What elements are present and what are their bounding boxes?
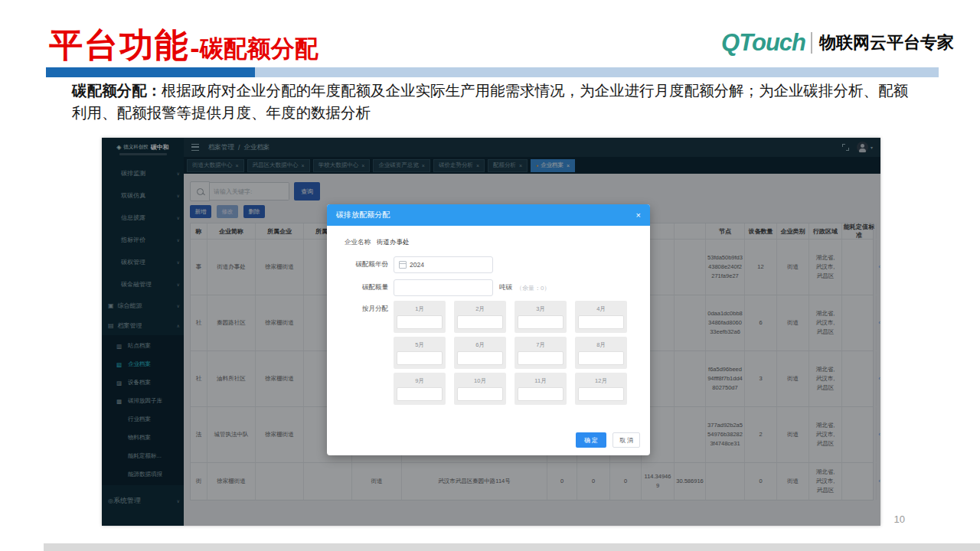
quota-amount-row: 碳配额量 吨碳 （余量：0） (341, 279, 550, 296)
month-cell: 3月 (514, 301, 567, 333)
description-paragraph: 碳配额分配：根据政府对企业分配的年度配额及企业实际生产用能需求情况，为企业进行月… (72, 80, 917, 124)
app-screenshot: ◈ 德义科创投 碳中和 碳排监测 ∨ 双碳仿真 ∨ 信息披露 ∨ 指标评价 ∨ (102, 138, 880, 526)
quota-unit-label: 吨碳 (499, 283, 512, 292)
modal-body: 企业名称 街道办事处 碳配额年份 2024 碳配额量 吨碳 （余量：0） (327, 226, 650, 455)
month-cell: 8月 (575, 337, 627, 369)
month-amount-input[interactable] (457, 315, 503, 329)
month-amount-input[interactable] (578, 387, 624, 401)
month-label: 10月 (474, 377, 486, 385)
month-cell: 2月 (454, 301, 506, 333)
logo-tagline: 物联网云平台专家 (819, 31, 954, 54)
month-label: 11月 (534, 377, 546, 385)
month-label: 12月 (595, 377, 607, 385)
underline-dark-segment (46, 67, 255, 77)
month-amount-input[interactable] (518, 315, 564, 329)
month-label: 9月 (415, 377, 424, 385)
monthly-allocation-row: 按月分配 1月 2月 3月 4月 (341, 301, 632, 405)
month-amount-input[interactable] (457, 387, 503, 401)
slide-footer-bar (44, 543, 980, 551)
qtouch-wordmark: QTouch (721, 29, 805, 57)
title-main: 平台功能 (49, 25, 190, 64)
company-name-row: 企业名称 街道办事处 (345, 238, 410, 247)
month-label: 8月 (596, 341, 606, 349)
page-title: 平台功能-碳配额分配 (49, 23, 318, 68)
slide: 平台功能-碳配额分配 QTouch 物联网云平台专家 碳配额分配：根据政府对企业… (0, 0, 980, 551)
quota-remaining-label: （余量：0） (516, 284, 550, 292)
logo-divider (811, 32, 812, 54)
month-cell: 9月 (394, 373, 446, 405)
company-name-label: 企业名称 (345, 238, 371, 247)
quota-amount-input[interactable] (394, 279, 493, 296)
month-label: 6月 (475, 341, 485, 349)
description-label: 碳配额分配： (72, 82, 162, 99)
quota-year-value: 2024 (410, 261, 424, 269)
title-underline (46, 67, 939, 77)
company-name-value: 街道办事处 (377, 238, 410, 247)
monthly-allocation-label: 按月分配 (341, 305, 388, 314)
month-label: 5月 (415, 341, 424, 349)
month-amount-input[interactable] (518, 351, 564, 365)
modal-header: 碳排放配额分配 × (327, 204, 650, 226)
qtouch-logo: QTouch 物联网云平台专家 (721, 29, 954, 57)
month-amount-input[interactable] (397, 351, 443, 365)
month-grid: 1月 2月 3月 4月 5月 (394, 301, 632, 405)
quota-allocation-modal: 碳排放配额分配 × 企业名称 街道办事处 碳配额年份 2024 碳配额量 (327, 204, 650, 455)
month-cell: 10月 (454, 373, 506, 405)
quota-amount-label: 碳配额量 (341, 283, 388, 292)
month-label: 2月 (475, 305, 485, 313)
month-label: 3月 (536, 305, 545, 313)
month-cell: 4月 (575, 301, 627, 333)
month-label: 4月 (596, 305, 606, 313)
cancel-button[interactable]: 取 消 (612, 432, 640, 448)
month-cell: 12月 (575, 373, 627, 405)
modal-title: 碳排放配额分配 (336, 210, 390, 220)
title-sub: -碳配额分配 (190, 34, 318, 62)
modal-footer: 确 定 取 消 (576, 432, 640, 448)
month-amount-input[interactable] (578, 315, 624, 329)
calendar-icon (399, 261, 407, 269)
month-cell: 5月 (394, 337, 446, 369)
underline-light-segment (255, 67, 939, 77)
close-icon[interactable]: × (636, 210, 641, 220)
month-amount-input[interactable] (518, 387, 564, 401)
month-label: 7月 (536, 341, 545, 349)
page-number: 10 (894, 514, 905, 525)
quota-year-label: 碳配额年份 (341, 260, 388, 269)
quota-year-row: 碳配额年份 2024 (341, 256, 493, 273)
month-amount-input[interactable] (457, 351, 503, 365)
month-cell: 6月 (454, 337, 506, 369)
month-amount-input[interactable] (578, 351, 624, 365)
month-cell: 1月 (394, 301, 446, 333)
month-cell: 7月 (514, 337, 567, 369)
quota-year-picker[interactable]: 2024 (394, 256, 493, 273)
month-label: 1月 (415, 305, 424, 313)
month-amount-input[interactable] (397, 315, 443, 329)
confirm-button[interactable]: 确 定 (576, 432, 606, 448)
month-amount-input[interactable] (397, 387, 443, 401)
month-cell: 11月 (514, 373, 567, 405)
description-text: 根据政府对企业分配的年度配额及企业实际生产用能需求情况，为企业进行月度配额分解；… (72, 82, 908, 121)
